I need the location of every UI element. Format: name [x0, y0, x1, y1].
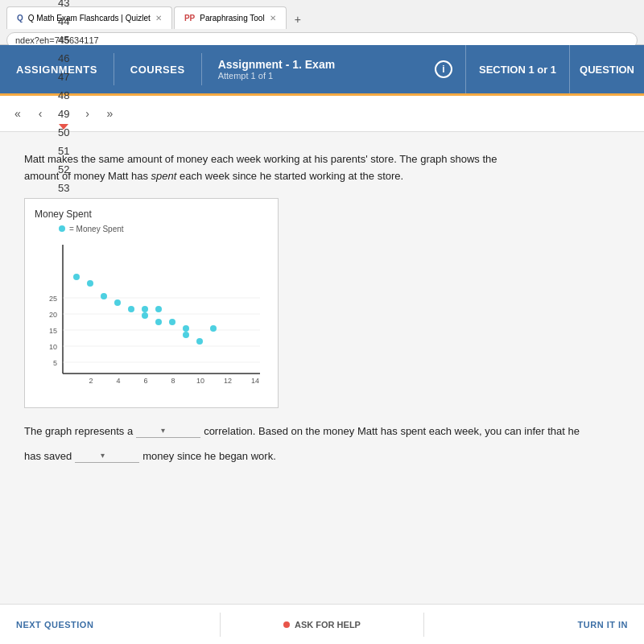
nav-last-button[interactable]: »	[100, 104, 119, 123]
svg-text:20: 20	[49, 311, 57, 319]
question-label: QUESTION	[569, 45, 644, 93]
nav-courses[interactable]: COURSES	[114, 45, 201, 93]
ask-dot	[283, 621, 290, 628]
tab-close-paraphrasing[interactable]: ✕	[270, 14, 276, 23]
assignment-title: Assignment - 1. Exam	[218, 58, 406, 71]
data-point	[73, 274, 80, 280]
question-number-49[interactable]: 49	[53, 105, 74, 123]
assignment-info: Assignment - 1. Exam Attempt 1 of 1	[202, 45, 422, 93]
nav-prev-button[interactable]: ‹	[31, 104, 50, 123]
chart-legend: = Money Spent	[35, 225, 268, 233]
svg-text:14: 14	[251, 377, 259, 385]
info-button[interactable]: i	[435, 60, 452, 78]
app-header: ASSIGNMENTS COURSES Assignment - 1. Exam…	[0, 45, 644, 93]
footer-right: TURN IT IN	[424, 620, 628, 630]
data-point	[183, 325, 189, 332]
data-point	[183, 332, 189, 338]
legend-dot	[59, 225, 65, 232]
data-point	[155, 319, 162, 325]
svg-text:25: 25	[49, 295, 57, 303]
chart-title: Money Spent	[35, 208, 268, 220]
footer-left: NEXT QUESTION	[16, 618, 220, 630]
footer-center: ASK FOR HELP	[221, 620, 424, 630]
question-number-48[interactable]: 48	[53, 86, 74, 105]
question-nav: « ‹ 43444546474849505152535455 › »	[0, 96, 644, 132]
ask-for-help-button[interactable]: ASK FOR HELP	[295, 620, 361, 630]
question-number-45[interactable]: 45	[53, 31, 74, 49]
question-number-47[interactable]: 47	[53, 68, 74, 86]
nav-first-button[interactable]: «	[8, 104, 27, 123]
nav-next-button[interactable]: ›	[77, 104, 97, 123]
data-point	[142, 312, 148, 319]
turn-it-in-button[interactable]: TURN IT IN	[578, 620, 628, 630]
svg-text:10: 10	[49, 343, 57, 351]
data-point	[142, 306, 148, 312]
svg-text:8: 8	[171, 377, 175, 385]
question-number-43[interactable]: 43	[53, 0, 74, 12]
scatter-chart: 5 10 15 20 25 2 4 6 8 10 12 14	[35, 237, 268, 398]
chart-container: Money Spent = Money Spent 5 10 15 20	[24, 198, 279, 408]
question-number-46[interactable]: 46	[53, 49, 74, 68]
tab-paraphrasing[interactable]: PP Paraphrasing Tool ✕	[174, 6, 287, 29]
tab-quizlet[interactable]: Q Q Math Exam Flashcards | Quizlet ✕	[6, 6, 172, 29]
svg-text:10: 10	[196, 377, 204, 385]
correlation-dropdown[interactable]: ▾	[136, 424, 200, 438]
dropdown-caret-2: ▾	[101, 451, 105, 460]
svg-text:6: 6	[143, 377, 147, 385]
svg-text:2: 2	[89, 377, 93, 385]
main-content: Matt makes the same amount of money each…	[0, 132, 644, 604]
chart-area: 5 10 15 20 25 2 4 6 8 10 12 14	[35, 237, 268, 398]
assignment-subtitle: Attempt 1 of 1	[218, 71, 406, 80]
info-icon-area: i	[422, 45, 465, 93]
saved-dropdown[interactable]: ▾	[75, 449, 139, 463]
new-tab-button[interactable]: +	[288, 10, 308, 29]
dropdown-caret-1: ▾	[161, 426, 165, 435]
data-point	[128, 306, 134, 312]
data-point	[155, 306, 162, 312]
question-number-44[interactable]: 44	[53, 12, 74, 31]
next-question-button[interactable]: NEXT QUESTION	[16, 620, 93, 630]
svg-text:15: 15	[49, 327, 57, 335]
answer-row-2: has saved ▾ money since he began work.	[24, 449, 620, 463]
data-point	[196, 338, 203, 345]
data-point	[101, 293, 107, 299]
data-point	[87, 280, 93, 287]
browser-chrome: Q Q Math Exam Flashcards | Quizlet ✕ PP …	[0, 0, 644, 45]
data-point	[169, 319, 175, 325]
data-point	[114, 299, 121, 306]
svg-text:12: 12	[224, 377, 232, 385]
answer-row-1: The graph represents a ▾ correlation. Ba…	[24, 424, 620, 438]
tab-close-quizlet[interactable]: ✕	[155, 14, 162, 23]
footer: NEXT QUESTION ASK FOR HELP TURN IT IN	[0, 604, 644, 644]
svg-text:5: 5	[53, 359, 57, 367]
svg-text:4: 4	[116, 377, 120, 385]
section-info: SECTION 1 or 1	[465, 45, 569, 93]
data-point	[210, 325, 217, 332]
question-text: Matt makes the same amount of money each…	[24, 151, 507, 185]
tab-bar: Q Q Math Exam Flashcards | Quizlet ✕ PP …	[0, 0, 644, 29]
